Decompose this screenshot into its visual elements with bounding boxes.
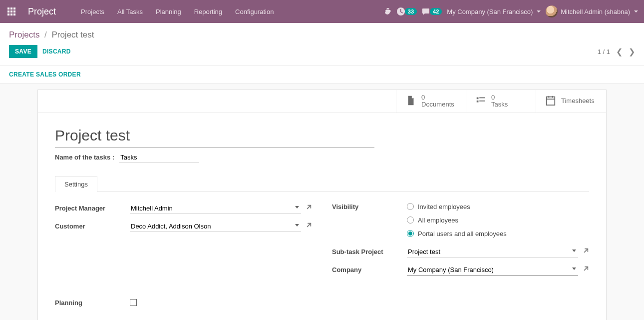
avatar [546, 6, 558, 18]
nav-right: 33 42 My Company (San Francisco) Mitchel… [384, 6, 638, 18]
nav-item-all-tasks[interactable]: All Tasks [112, 5, 148, 18]
name-of-tasks-input[interactable] [119, 152, 199, 162]
svg-rect-7 [10, 14, 12, 16]
control-row: SAVE DISCARD 1 / 1 ❮ ❯ [0, 42, 644, 66]
company-label: Company [332, 266, 407, 274]
document-icon [405, 95, 416, 108]
clock-icon [397, 8, 405, 16]
create-sales-order-button[interactable]: CREATE SALES ORDER [9, 71, 81, 78]
svg-rect-12 [479, 100, 485, 102]
settings-col-right: Visibility Invited employees All employe… [332, 203, 589, 314]
dropdown-icon[interactable] [295, 206, 299, 208]
external-link-icon[interactable] [582, 248, 589, 256]
visibility-radio-group: Invited employees All employees Portal u… [407, 203, 507, 238]
visibility-portal-label: Portal users and all employees [418, 230, 507, 238]
activities-button[interactable]: 33 [397, 8, 417, 16]
stat-documents[interactable]: 0 Documents [396, 90, 466, 112]
breadcrumb-root[interactable]: Projects [9, 30, 39, 40]
external-link-icon[interactable] [305, 222, 312, 230]
debug-icon[interactable] [384, 8, 392, 16]
settings-col-left: Project Manager Customer [55, 203, 312, 314]
subtask-project-label: Sub-task Project [332, 248, 407, 256]
company-name: My Company (San Francisco) [447, 8, 533, 16]
svg-rect-13 [547, 96, 555, 105]
tab-settings[interactable]: Settings [55, 176, 97, 192]
visibility-all-label: All employees [418, 216, 458, 224]
customer-input[interactable] [130, 221, 301, 232]
nav-item-planning[interactable]: Planning [151, 5, 186, 18]
breadcrumb: Projects / Project test [0, 23, 644, 42]
discard-button[interactable]: DISCARD [42, 48, 71, 55]
pager-text: 1 / 1 [598, 48, 610, 56]
radio-icon [407, 203, 414, 210]
name-of-tasks-label: Name of the tasks : [55, 154, 114, 161]
dropdown-icon[interactable] [295, 224, 299, 226]
tasks-icon [475, 95, 486, 108]
dropdown-icon[interactable] [572, 268, 576, 270]
nav-item-configuration[interactable]: Configuration [230, 5, 279, 18]
visibility-all[interactable]: All employees [407, 216, 507, 224]
project-title-input[interactable] [55, 126, 374, 148]
breadcrumb-current: Project test [51, 30, 94, 40]
form-sheet: 0 Documents 0 Tasks Timesheets [37, 90, 607, 320]
nav-item-projects[interactable]: Projects [76, 5, 109, 18]
project-manager-input[interactable] [130, 203, 301, 214]
messages-count: 42 [430, 8, 442, 15]
chat-icon [422, 8, 430, 16]
pager-next-icon[interactable]: ❯ [629, 47, 635, 56]
company-switcher[interactable]: My Company (San Francisco) [447, 8, 541, 16]
top-navbar: Project Projects All Tasks Planning Repo… [0, 0, 644, 23]
dropdown-icon[interactable] [572, 250, 576, 252]
user-menu[interactable]: Mitchell Admin (shabna) [546, 6, 638, 18]
svg-rect-10 [479, 97, 485, 98]
settings-grid: Project Manager Customer [55, 203, 589, 314]
visibility-invited[interactable]: Invited employees [407, 203, 507, 210]
subtask-project-input[interactable] [407, 246, 578, 258]
svg-rect-1 [10, 8, 12, 10]
stat-timesheets[interactable]: Timesheets [536, 90, 606, 112]
sheet-body: Name of the tasks : Settings Project Man… [38, 113, 606, 320]
stat-documents-count: 0 [421, 94, 454, 101]
nav-menu: Projects All Tasks Planning Reporting Co… [76, 5, 279, 18]
radio-icon [407, 230, 414, 237]
action-bar: CREATE SALES ORDER [0, 66, 644, 84]
radio-icon [407, 216, 414, 224]
calendar-icon [545, 95, 556, 108]
breadcrumb-separator: / [44, 30, 47, 40]
save-button[interactable]: SAVE [9, 45, 37, 58]
stat-tasks-count: 0 [491, 94, 508, 101]
pager-prev-icon[interactable]: ❮ [616, 47, 623, 56]
svg-rect-4 [10, 10, 12, 12]
customer-label: Customer [55, 222, 130, 230]
stat-tasks[interactable]: 0 Tasks [466, 90, 536, 112]
visibility-label: Visibility [332, 203, 407, 210]
svg-rect-8 [13, 14, 15, 16]
svg-rect-6 [7, 14, 9, 16]
user-name: Mitchell Admin (shabna) [561, 8, 630, 16]
activities-count: 33 [405, 8, 417, 15]
nav-item-reporting[interactable]: Reporting [189, 5, 227, 18]
svg-rect-11 [477, 100, 479, 102]
messages-button[interactable]: 42 [422, 8, 442, 16]
svg-rect-5 [13, 10, 15, 12]
content-area: 0 Documents 0 Tasks Timesheets [0, 90, 644, 320]
company-input[interactable] [407, 264, 578, 276]
svg-rect-9 [477, 97, 479, 99]
visibility-portal[interactable]: Portal users and all employees [407, 230, 507, 238]
chevron-down-icon [537, 10, 541, 12]
stat-documents-label: Documents [421, 101, 454, 108]
svg-rect-0 [7, 8, 9, 10]
visibility-invited-label: Invited employees [418, 203, 470, 210]
planning-checkbox[interactable] [130, 299, 137, 306]
external-link-icon[interactable] [305, 204, 312, 212]
form-tabs: Settings [55, 176, 589, 192]
app-brand[interactable]: Project [28, 6, 56, 17]
svg-rect-3 [7, 10, 9, 12]
bug-icon [384, 8, 392, 16]
apps-icon[interactable] [4, 4, 19, 19]
external-link-icon[interactable] [582, 266, 589, 274]
svg-rect-2 [13, 8, 15, 10]
stat-timesheets-label: Timesheets [561, 98, 595, 104]
pager: 1 / 1 ❮ ❯ [598, 47, 635, 56]
planning-label: Planning [55, 299, 130, 306]
